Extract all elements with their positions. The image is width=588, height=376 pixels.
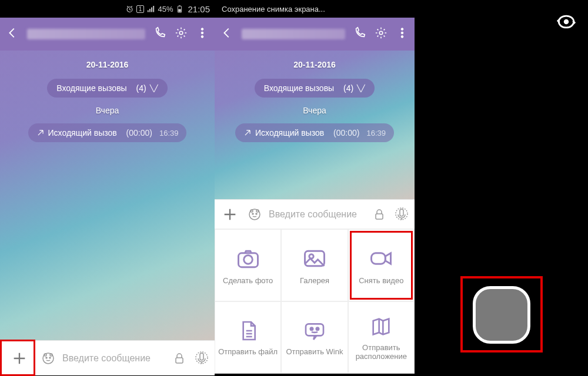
highlight-shutter <box>460 276 543 352</box>
label: Отправить расположение <box>349 343 414 361</box>
label: Сделать фото <box>223 276 273 285</box>
svg-point-23 <box>252 213 253 214</box>
attach-take-photo[interactable]: Сделать фото <box>215 229 281 301</box>
svg-rect-2 <box>179 5 181 6</box>
clock: 21:05 <box>188 4 210 14</box>
label: Отправить файл <box>218 347 278 356</box>
label: Снять видео <box>359 276 403 285</box>
label: Галерея <box>300 276 329 285</box>
svg-point-11 <box>46 357 47 358</box>
svg-rect-26 <box>400 209 403 216</box>
label: Отправить Wink <box>286 347 343 356</box>
svg-point-29 <box>243 256 252 264</box>
svg-rect-3 <box>179 9 181 12</box>
back-button[interactable] <box>220 26 233 42</box>
svg-rect-33 <box>306 324 323 335</box>
status-bar: 1 45% 21:05 <box>0 0 215 18</box>
svg-point-4 <box>179 31 183 35</box>
message-input[interactable]: Введите сообщение <box>269 209 365 220</box>
message-input[interactable]: Введите сообщение <box>62 353 165 364</box>
contact-name[interactable] <box>242 29 345 39</box>
svg-point-34 <box>310 328 313 330</box>
chat-header <box>215 18 415 51</box>
attachment-grid: Сделать фото Галерея Снять видео Отправи… <box>215 229 415 374</box>
back-button[interactable] <box>6 26 19 42</box>
svg-point-37 <box>564 19 569 25</box>
attach-send-location[interactable]: Отправить расположение <box>348 301 415 374</box>
outgoing-call-row[interactable]: Исходящий вызов (00:00) 16:39 <box>215 123 415 142</box>
incoming-calls-pill[interactable]: Входящие вызовы (4) ╲╱ <box>0 79 215 98</box>
voice-button[interactable] <box>393 206 410 223</box>
svg-point-21 <box>250 210 253 212</box>
more-button[interactable] <box>396 26 409 42</box>
svg-rect-32 <box>372 253 386 264</box>
attach-button[interactable] <box>219 198 240 231</box>
attach-button[interactable] <box>5 342 34 375</box>
screenshot-toast: Сохранение снимка экрана... <box>219 5 410 14</box>
switch-camera-button[interactable] <box>556 12 576 34</box>
svg-point-18 <box>401 32 403 34</box>
sticker-button[interactable] <box>40 350 56 367</box>
attach-send-wink[interactable]: Отправить Wink <box>281 301 348 374</box>
sticker-button[interactable] <box>246 206 263 223</box>
screenshot-3-camera <box>415 0 588 376</box>
svg-rect-13 <box>176 358 183 363</box>
message-input-bar: Введите сообщение <box>0 340 215 375</box>
svg-point-35 <box>316 328 319 330</box>
chat-header <box>0 18 215 51</box>
svg-point-12 <box>49 357 51 358</box>
lock-icon[interactable] <box>371 206 387 223</box>
battery-icon <box>175 5 184 14</box>
svg-point-5 <box>201 28 203 31</box>
incoming-calls-pill[interactable]: Входящие вызовы (4) ╲╱ <box>215 79 415 98</box>
attach-send-file[interactable]: Отправить файл <box>215 301 281 374</box>
call-button[interactable] <box>353 26 366 42</box>
battery-percent: 45% <box>158 5 173 14</box>
svg-rect-25 <box>376 214 383 219</box>
svg-point-22 <box>256 210 259 212</box>
svg-point-6 <box>201 32 203 34</box>
more-button[interactable] <box>196 26 209 42</box>
alarm-icon <box>125 5 134 14</box>
yesterday-header: Вчера <box>0 106 215 115</box>
chevron-down-icon: ╲╱ <box>357 85 365 92</box>
svg-point-9 <box>44 354 46 356</box>
svg-rect-14 <box>200 353 203 360</box>
contact-name[interactable] <box>27 29 145 39</box>
message-input-bar: Введите сообщение <box>215 199 415 229</box>
signal-icon <box>146 5 155 14</box>
chevron-down-icon: ╲╱ <box>150 85 158 92</box>
arrow-outgoing-icon <box>243 129 252 137</box>
date-header: 20-11-2016 <box>0 51 215 69</box>
date-header: 20-11-2016 <box>215 51 415 69</box>
attach-gallery[interactable]: Галерея <box>281 229 348 301</box>
outgoing-call-row[interactable]: Исходящий вызов (00:00) 16:39 <box>0 123 215 142</box>
screenshot-1: 1 45% 21:05 20-11-2016 Входящие вызовы (… <box>0 0 215 376</box>
status-bar: Сохранение снимка экрана... <box>215 0 415 18</box>
chat-area: 20-11-2016 Входящие вызовы (4) ╲╱ Вчера … <box>215 51 415 199</box>
svg-point-16 <box>379 31 383 35</box>
yesterday-header: Вчера <box>215 106 415 115</box>
svg-point-17 <box>401 28 403 31</box>
call-button[interactable] <box>153 26 166 42</box>
screenshot-2: Сохранение снимка экрана... 20-11-2016 В… <box>215 0 415 376</box>
settings-button[interactable] <box>175 26 188 42</box>
lock-icon[interactable] <box>171 350 188 367</box>
sim-index: 1 <box>136 5 145 13</box>
arrow-outgoing-icon <box>36 129 45 137</box>
svg-point-7 <box>201 36 203 38</box>
settings-button[interactable] <box>375 26 387 42</box>
chat-area: 20-11-2016 Входящие вызовы (4) ╲╱ Вчера … <box>0 51 215 340</box>
svg-point-24 <box>256 213 257 214</box>
svg-point-19 <box>401 36 403 38</box>
svg-point-10 <box>50 354 52 356</box>
attach-record-video[interactable]: Снять видео <box>348 229 415 301</box>
voice-button[interactable] <box>193 350 210 367</box>
